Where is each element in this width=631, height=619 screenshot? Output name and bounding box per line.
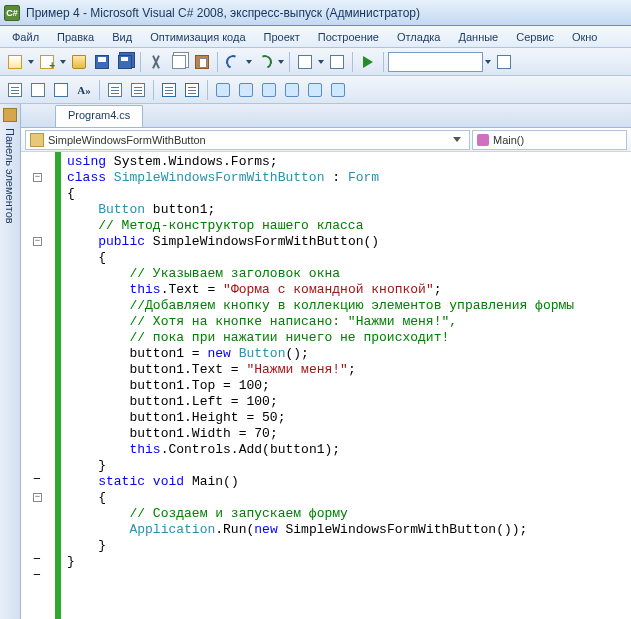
class-navigator-text: SimpleWindowsFormWithButton (48, 134, 206, 146)
toolbar-separator (207, 80, 208, 100)
bookmark-prev-folder-button[interactable] (281, 79, 303, 101)
menu-file[interactable]: Файл (4, 29, 47, 45)
toolbar-separator (289, 52, 290, 72)
code-editor[interactable]: − − (21, 152, 631, 619)
paste-button[interactable] (191, 51, 213, 73)
menu-tools[interactable]: Сервис (508, 29, 562, 45)
class-navigator[interactable]: SimpleWindowsFormWithButton (25, 130, 470, 150)
chevron-down-icon (449, 137, 465, 142)
menu-build[interactable]: Построение (310, 29, 387, 45)
display-word-button[interactable] (50, 79, 72, 101)
menu-bar: Файл Правка Вид Оптимизация кода Проект … (0, 26, 631, 48)
redo-dropdown[interactable] (277, 51, 285, 73)
add-item-button[interactable] (36, 51, 58, 73)
display-objects-button[interactable] (4, 79, 26, 101)
window-titlebar: C# Пример 4 - Microsoft Visual C# 2008, … (0, 0, 631, 26)
copy-button[interactable] (168, 51, 190, 73)
save-button[interactable] (91, 51, 113, 73)
workspace: Панель элементов Program4.cs SimpleWindo… (0, 104, 631, 619)
document-tab[interactable]: Program4.cs (55, 105, 143, 127)
toolbox-label: Панель элементов (4, 128, 16, 224)
display-params-button[interactable] (27, 79, 49, 101)
decrease-indent-button[interactable] (104, 79, 126, 101)
member-navigator[interactable]: Main() (472, 130, 627, 150)
fold-toggle[interactable]: − (33, 173, 42, 182)
menu-view[interactable]: Вид (104, 29, 140, 45)
bookmark-next-button[interactable] (258, 79, 280, 101)
fold-toggle[interactable]: − (33, 237, 42, 246)
toolbar-separator (153, 80, 154, 100)
toolbar-separator (140, 52, 141, 72)
toolbar-separator (383, 52, 384, 72)
member-navigator-text: Main() (493, 134, 524, 146)
menu-data[interactable]: Данные (450, 29, 506, 45)
outline-column: − − (33, 152, 42, 584)
class-icon (30, 133, 44, 147)
increase-indent-button[interactable] (127, 79, 149, 101)
bookmark-clear-button[interactable] (327, 79, 349, 101)
toolbox-icon (3, 108, 17, 122)
toolbar-standard (0, 48, 631, 76)
menu-optimize-code[interactable]: Оптимизация кода (142, 29, 253, 45)
document-tabbar: Program4.cs (21, 104, 631, 128)
redo-button[interactable] (254, 51, 276, 73)
solution-config-dropdown[interactable] (484, 51, 492, 73)
fold-toggle[interactable]: − (33, 493, 42, 502)
find-button[interactable] (493, 51, 515, 73)
window-title: Пример 4 - Microsoft Visual C# 2008, экс… (26, 6, 420, 20)
code-content[interactable]: using System.Windows.Forms; class Simple… (61, 152, 580, 619)
start-debug-button[interactable] (357, 51, 379, 73)
bookmark-toggle-button[interactable] (212, 79, 234, 101)
toolbar-separator (352, 52, 353, 72)
toolbar-text-editor: A» (0, 76, 631, 104)
editor-gutter: − − (21, 152, 61, 619)
cut-button[interactable] (145, 51, 167, 73)
display-quickinfo-button[interactable]: A» (73, 79, 95, 101)
menu-window[interactable]: Окно (564, 29, 606, 45)
solution-config-combo[interactable] (388, 52, 483, 72)
toolbar-separator (99, 80, 100, 100)
toolbox-sidebar[interactable]: Панель элементов (0, 104, 21, 619)
editor-area: Program4.cs SimpleWindowsFormWithButton … (21, 104, 631, 619)
save-all-button[interactable] (114, 51, 136, 73)
bookmark-prev-button[interactable] (235, 79, 257, 101)
toolbar-separator (217, 52, 218, 72)
new-project-dropdown[interactable] (27, 51, 35, 73)
comment-out-button[interactable] (158, 79, 180, 101)
open-button[interactable] (68, 51, 90, 73)
nav-fwd-button[interactable] (326, 51, 348, 73)
code-nav-bar: SimpleWindowsFormWithButton Main() (21, 128, 631, 152)
nav-back-button[interactable] (294, 51, 316, 73)
undo-button[interactable] (222, 51, 244, 73)
nav-back-dropdown[interactable] (317, 51, 325, 73)
uncomment-button[interactable] (181, 79, 203, 101)
menu-debug[interactable]: Отладка (389, 29, 448, 45)
menu-edit[interactable]: Правка (49, 29, 102, 45)
add-item-dropdown[interactable] (59, 51, 67, 73)
new-project-button[interactable] (4, 51, 26, 73)
bookmark-next-folder-button[interactable] (304, 79, 326, 101)
app-icon: C# (4, 5, 20, 21)
menu-project[interactable]: Проект (256, 29, 308, 45)
undo-dropdown[interactable] (245, 51, 253, 73)
method-icon (477, 134, 489, 146)
change-indicator (55, 152, 61, 619)
